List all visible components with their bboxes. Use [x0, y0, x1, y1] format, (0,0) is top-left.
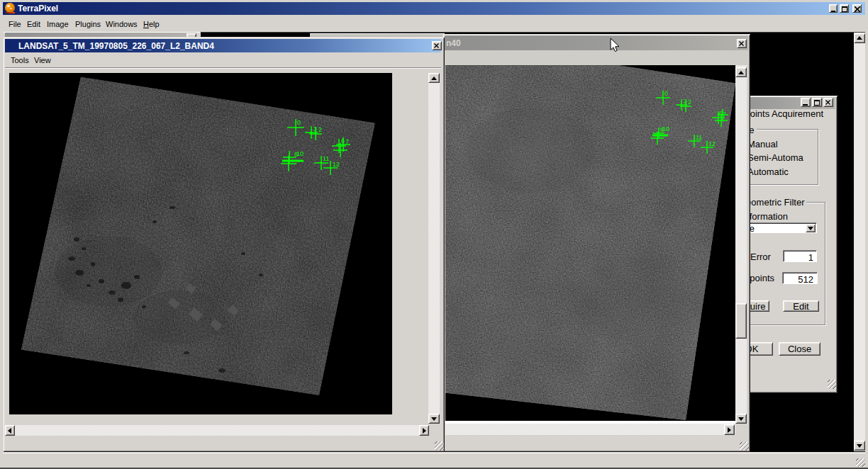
svg-text:7: 7 [723, 111, 726, 118]
svg-text:3: 3 [313, 125, 317, 132]
svg-text:12: 12 [333, 161, 340, 168]
svg-text:11: 11 [323, 155, 329, 162]
svg-text:0: 0 [664, 90, 668, 97]
svg-text:12: 12 [708, 140, 716, 147]
svg-text:2: 2 [318, 126, 322, 133]
svg-text:7: 7 [345, 138, 349, 145]
svg-text:10: 10 [662, 125, 669, 132]
svg-text:11: 11 [696, 134, 702, 141]
svg-text:2: 2 [688, 98, 691, 106]
svg-text:10: 10 [296, 150, 304, 157]
svg-text:0: 0 [297, 119, 301, 126]
svg-text:3: 3 [684, 98, 687, 105]
svg-text:6: 6 [341, 137, 345, 145]
